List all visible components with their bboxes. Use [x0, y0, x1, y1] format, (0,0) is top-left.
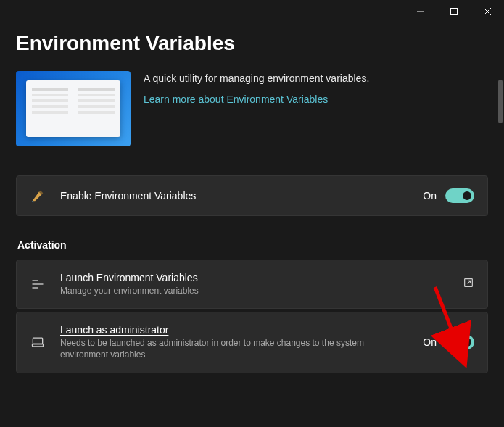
close-button[interactable]: [471, 0, 504, 23]
svg-rect-9: [33, 344, 44, 347]
launch-title: Launch Environment Variables: [60, 272, 448, 283]
learn-more-link[interactable]: Learn more about Environment Variables: [144, 94, 328, 105]
admin-subtitle: Needs to be launched as administrator in…: [60, 337, 408, 360]
env-var-icon: [30, 188, 46, 204]
enable-toggle[interactable]: [445, 188, 474, 203]
svg-rect-8: [33, 339, 42, 344]
scrollbar[interactable]: [498, 80, 503, 123]
external-link-icon[interactable]: [463, 277, 474, 291]
launch-subtitle: Manage your environment variables: [60, 285, 448, 297]
section-activation-label: Activation: [17, 239, 488, 251]
titlebar: [0, 0, 504, 23]
admin-toggle[interactable]: [445, 335, 474, 349]
content-area: Environment Variables A quick utility fo…: [0, 23, 504, 427]
enable-card: Enable Environment Variables On: [16, 175, 488, 216]
admin-icon: [30, 334, 46, 350]
svg-rect-1: [451, 9, 458, 15]
hero-section: A quick utility for managing environment…: [16, 71, 488, 146]
minimize-button[interactable]: [404, 0, 437, 23]
enable-title: Enable Environment Variables: [60, 190, 408, 202]
launch-card[interactable]: Launch Environment Variables Manage your…: [16, 260, 488, 309]
enable-state-label: On: [423, 190, 437, 202]
admin-title: Launch as administrator: [60, 324, 408, 336]
admin-state-label: On: [423, 336, 437, 348]
hero-description: A quick utility for managing environment…: [144, 72, 369, 84]
admin-card: Launch as administrator Needs to be laun…: [16, 312, 488, 373]
hero-image: [16, 71, 131, 146]
page-title: Environment Variables: [16, 32, 488, 55]
launch-icon: [30, 276, 46, 292]
maximize-button[interactable]: [437, 0, 471, 23]
